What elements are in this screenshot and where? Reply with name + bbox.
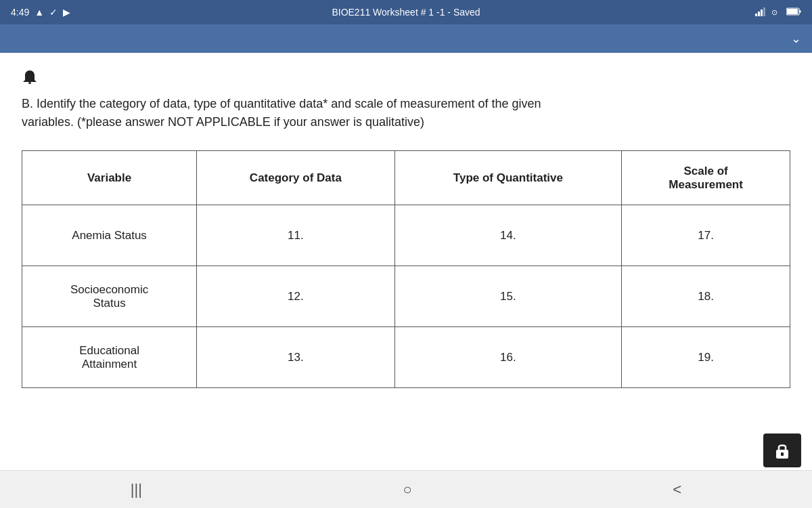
instruction-line1: B. Identify the category of data, type o… [22, 95, 790, 113]
col-header-type: Type of Quantitative [394, 151, 622, 205]
status-bar-right: ⊙ [755, 7, 801, 18]
svg-rect-1 [758, 12, 760, 16]
document-title: BIOE211 Worksheet # 1 -1 - Saved [332, 7, 480, 18]
instructions: B. Identify the category of data, type o… [22, 95, 790, 131]
col-header-variable: Variable [22, 151, 197, 205]
type-14: 14. [394, 205, 622, 266]
type-15: 15. [394, 266, 622, 327]
scale-17: 17. [622, 205, 790, 266]
menu-icon: ||| [131, 481, 142, 498]
home-icon: ○ [403, 481, 412, 498]
svg-rect-3 [763, 7, 765, 16]
category-13: 13. [197, 327, 394, 388]
status-bar-left: 4:49 ▲ ✓ ▶ [11, 7, 70, 18]
lock-icon [773, 441, 792, 460]
variable-anemia: Anemia Status [22, 205, 197, 266]
status-bar: 4:49 ▲ ✓ ▶ BIOE211 Worksheet # 1 -1 - Sa… [0, 0, 812, 24]
table-row: EducationalAttainment 13. 16. 19. [22, 327, 790, 388]
battery-icon [786, 7, 801, 18]
table-row: SocioeconomicStatus 12. 15. 18. [22, 266, 790, 327]
svg-rect-10 [781, 452, 784, 456]
header-bar: ⌄ [0, 24, 812, 53]
type-16: 16. [394, 327, 622, 388]
alert-icon: ▲ [35, 7, 44, 18]
svg-rect-8 [28, 82, 31, 84]
time-display: 4:49 [11, 7, 29, 18]
worksheet-table: Variable Category of Data Type of Quanti… [22, 150, 790, 388]
svg-rect-6 [787, 9, 798, 14]
svg-rect-2 [761, 9, 763, 16]
variable-educational: EducationalAttainment [22, 327, 197, 388]
back-button[interactable]: < [646, 475, 708, 504]
chevron-down-icon[interactable]: ⌄ [791, 31, 801, 46]
col-header-category: Category of Data [197, 151, 394, 205]
menu-button[interactable]: ||| [104, 475, 169, 504]
scale-18: 18. [622, 266, 790, 327]
back-icon: < [673, 481, 681, 498]
table-header-row: Variable Category of Data Type of Quanti… [22, 151, 790, 205]
svg-text:⊙: ⊙ [771, 8, 777, 16]
category-12: 12. [197, 266, 394, 327]
lock-fab-button[interactable] [763, 433, 801, 467]
nav-bar: ||| ○ < [0, 470, 812, 508]
col-header-scale: Scale ofMeasurement [622, 151, 790, 205]
scale-19: 19. [622, 327, 790, 388]
wifi-icon: ⊙ [771, 7, 782, 18]
svg-rect-0 [755, 14, 757, 16]
bell-icon-area [22, 69, 790, 89]
svg-rect-7 [800, 10, 801, 13]
instruction-line2: variables. (*please answer NOT APPLICABL… [22, 113, 790, 131]
main-content: B. Identify the category of data, type o… [0, 53, 812, 470]
play-icon: ▶ [63, 7, 70, 18]
variable-socioeconomic: SocioeconomicStatus [22, 266, 197, 327]
bell-icon [22, 69, 38, 87]
check-icon: ✓ [49, 7, 58, 18]
table-row: Anemia Status 11. 14. 17. [22, 205, 790, 266]
signal-icon [755, 7, 767, 18]
category-11: 11. [197, 205, 394, 266]
home-button[interactable]: ○ [376, 475, 439, 504]
